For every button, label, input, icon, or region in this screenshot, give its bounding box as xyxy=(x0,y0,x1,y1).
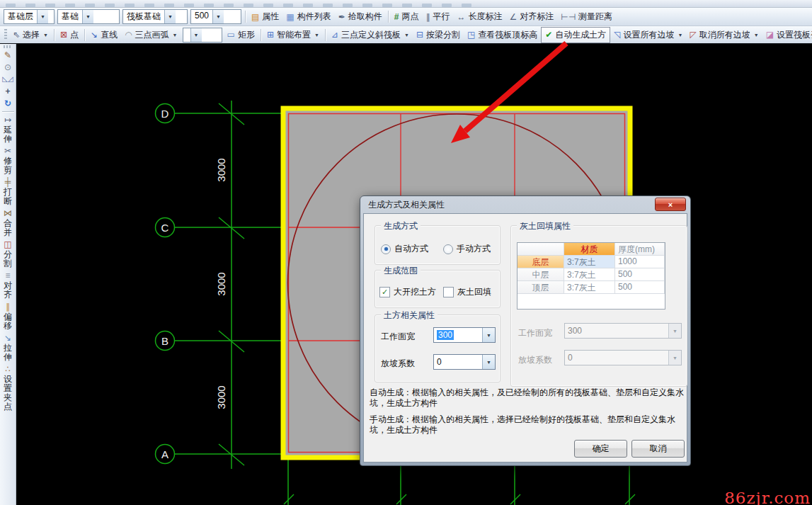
dialog-body: 生成方式 自动方式 手动方式 生成范围 ✓ 大开挖土方 xyxy=(363,213,687,463)
table-cell-thickness[interactable]: 500 xyxy=(615,281,665,294)
cancel-button[interactable]: 取消 xyxy=(631,440,685,458)
work-width-combo[interactable]: 300 ▼ xyxy=(433,327,496,343)
chevron-down-icon[interactable]: ▼ xyxy=(482,328,495,342)
selected-value: 300 xyxy=(437,330,454,340)
dimension-label: 3000 xyxy=(215,385,227,409)
ok-button[interactable]: 确定 xyxy=(574,440,627,458)
chevron-down-icon: ▼ xyxy=(668,351,681,365)
radio-selected-icon[interactable] xyxy=(381,244,391,254)
slope-ratio-label: 放坡系数 xyxy=(381,358,415,370)
group-title: 生成范围 xyxy=(381,265,421,277)
table-cell-thickness[interactable]: 1000 xyxy=(615,256,665,268)
slope-ratio-label-disabled: 放坡系数 xyxy=(518,354,552,366)
radio-manual-mode[interactable]: 手动方式 xyxy=(443,243,491,255)
watermark: 86zjr.com xyxy=(724,489,811,505)
checkbox-checked-icon[interactable]: ✓ xyxy=(379,287,390,297)
chevron-down-icon[interactable]: ▼ xyxy=(482,355,495,369)
slope-ratio-combo-disabled: 0 ▼ xyxy=(564,350,682,365)
work-width-combo-disabled: 300 ▼ xyxy=(564,323,682,339)
axis-label: C xyxy=(161,222,169,234)
chevron-down-icon: ▼ xyxy=(668,324,681,338)
auto-generate-description: 自动生成：根据输入的相关属性，及已经绘制的所有的筏板基础、垫层和自定义集水坑，生… xyxy=(370,387,687,409)
table-cell-material[interactable]: 3:7灰土 xyxy=(564,281,615,294)
table-row-header[interactable]: 顶层 xyxy=(517,281,564,294)
table-row-header[interactable]: 底层 xyxy=(517,256,564,268)
generation-scope-group: 生成范围 ✓ 大开挖土方 灰土回填 xyxy=(374,270,501,308)
close-button[interactable]: × xyxy=(655,198,686,211)
radio-auto-mode[interactable]: 自动方式 xyxy=(381,243,428,255)
table-header-thickness: 厚度(mm) xyxy=(615,243,665,256)
manual-generate-description: 手动生成：根据输入的相关属性，选择已经绘制好的筏板基础、垫层和自定义集水坑，生成… xyxy=(370,414,687,436)
app-window: 基础层▼ 基础▼ 筏板基础▼ 500▼ ▤属性 ▦构件列表 ✒拾取构件 #两点 … xyxy=(0,0,812,505)
earthwork-props-group: 土方相关属性 工作面宽 300 ▼ 放坡系数 0 ▼ xyxy=(374,314,501,382)
backfill-props-group: 灰土回填属性 材质 厚度(mm) 底层 3:7灰土 1000 中层 3:7灰土 … xyxy=(510,225,687,387)
group-title: 生成方式 xyxy=(381,220,421,232)
group-title: 土方相关属性 xyxy=(381,310,438,322)
dialog-title: 生成方式及相关属性 xyxy=(368,199,445,211)
dimension-label: 3000 xyxy=(215,158,227,181)
axis-label: B xyxy=(161,335,168,347)
checkbox-backfill[interactable]: 灰土回填 xyxy=(443,286,491,298)
table-corner-cell xyxy=(517,243,564,256)
checkbox-icon[interactable] xyxy=(443,287,454,297)
table-cell-material[interactable]: 3:7灰土 xyxy=(564,268,615,281)
group-title: 灰土回填属性 xyxy=(517,220,573,232)
slope-ratio-combo[interactable]: 0 ▼ xyxy=(433,354,496,370)
work-width-label: 工作面宽 xyxy=(381,331,415,343)
close-icon: × xyxy=(668,200,673,209)
generation-mode-group: 生成方式 自动方式 手动方式 xyxy=(374,225,501,265)
table-cell-thickness[interactable]: 500 xyxy=(615,268,665,281)
backfill-table[interactable]: 材质 厚度(mm) 底层 3:7灰土 1000 中层 3:7灰土 500 顶层 … xyxy=(517,242,665,310)
generation-dialog: 生成方式及相关属性 × 生成方式 自动方式 手动方式 生成范围 ✓ xyxy=(360,195,691,466)
work-width-label-disabled: 工作面宽 xyxy=(518,327,552,339)
table-header-material: 材质 xyxy=(564,243,615,256)
table-cell-material[interactable]: 3:7灰土 xyxy=(564,256,615,268)
dimension-label: 3000 xyxy=(215,272,227,295)
axis-label: D xyxy=(161,108,169,120)
axis-label: A xyxy=(161,448,168,460)
radio-icon[interactable] xyxy=(443,244,453,254)
checkbox-excavation[interactable]: ✓ 大开挖土方 xyxy=(379,286,436,298)
table-row-header[interactable]: 中层 xyxy=(517,268,564,281)
